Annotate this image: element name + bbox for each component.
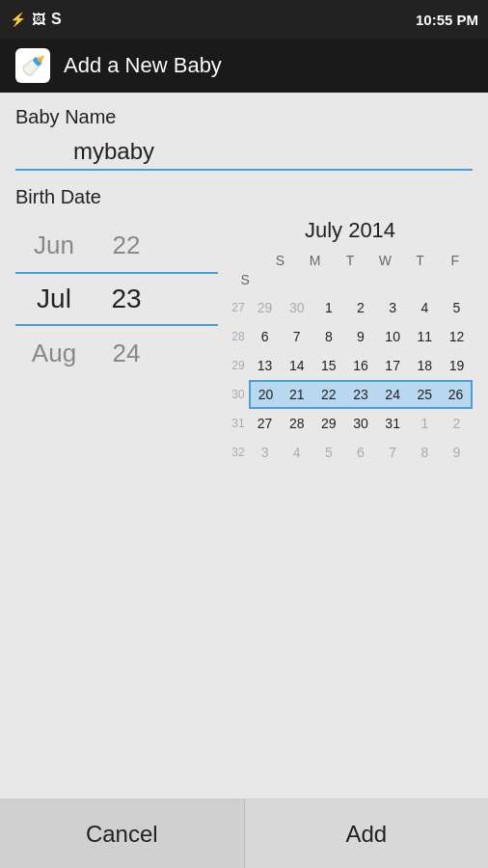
week-num-29: 29 xyxy=(228,351,249,380)
cal-cell-5-3[interactable]: 6 xyxy=(344,438,376,467)
bottle-icon: 🍼 xyxy=(21,54,45,77)
cal-cell-1-6[interactable]: 12 xyxy=(441,322,473,351)
drum-row-jun[interactable]: Jun 22 xyxy=(15,218,218,272)
cal-cell-1-1[interactable]: 7 xyxy=(281,322,312,351)
cal-cell-0-4[interactable]: 3 xyxy=(377,293,409,322)
name-input-wrapper xyxy=(15,134,473,171)
cal-cell-3-0[interactable]: 20 xyxy=(249,380,281,409)
cal-cell-4-6[interactable]: 2 xyxy=(441,409,473,438)
cal-cell-3-1[interactable]: 21 xyxy=(281,380,312,409)
drum-day-23[interactable]: 23 xyxy=(93,284,160,314)
cal-cell-3-2[interactable]: 22 xyxy=(312,380,344,409)
cal-cell-0-5[interactable]: 4 xyxy=(409,293,441,322)
drum-month-aug[interactable]: Aug xyxy=(15,339,93,368)
calendar-title: July 2014 xyxy=(228,218,473,243)
cal-cell-4-2[interactable]: 29 xyxy=(312,409,344,438)
calendar-day-headers: S M T W T F S xyxy=(228,251,473,289)
drum-day-22[interactable]: 22 xyxy=(93,231,160,260)
image-icon: 🖼 xyxy=(32,12,45,27)
drum-picker[interactable]: Jun 22 Jul 23 Aug 24 xyxy=(15,218,218,467)
cal-cell-0-2[interactable]: 1 xyxy=(312,293,344,322)
cal-cell-3-3[interactable]: 23 xyxy=(344,380,376,409)
cal-cell-5-5[interactable]: 8 xyxy=(409,438,441,467)
cal-cell-3-5[interactable]: 25 xyxy=(409,380,441,409)
cal-cell-2-1[interactable]: 14 xyxy=(281,351,312,380)
calendar: July 2014 S M T W T F S 2729301234528678… xyxy=(218,218,473,467)
cal-cell-5-6[interactable]: 9 xyxy=(441,438,473,467)
main-content: Baby Name Birth Date Jun 22 Jul 23 Aug 2… xyxy=(0,93,488,467)
week-num-27: 27 xyxy=(228,293,249,322)
cal-cell-1-3[interactable]: 9 xyxy=(344,322,376,351)
cal-cell-5-0[interactable]: 3 xyxy=(249,438,281,467)
cal-cell-2-2[interactable]: 15 xyxy=(312,351,344,380)
cal-cell-0-0[interactable]: 29 xyxy=(249,293,281,322)
baby-name-label: Baby Name xyxy=(15,106,473,128)
cal-cell-4-4[interactable]: 31 xyxy=(377,409,409,438)
week-num-header xyxy=(228,251,262,270)
drum-day-24[interactable]: 24 xyxy=(93,339,160,368)
header-tue: T xyxy=(333,251,367,270)
status-bar: ⚡ 🖼 S 10:55 PM xyxy=(0,0,488,39)
cal-cell-4-3[interactable]: 30 xyxy=(344,409,376,438)
week-num-31: 31 xyxy=(228,409,249,438)
header-thu: T xyxy=(402,251,437,270)
title-bar: 🍼 Add a New Baby xyxy=(0,39,488,93)
cal-cell-3-4[interactable]: 24 xyxy=(377,380,409,409)
header-wed: W xyxy=(367,251,402,270)
cal-cell-2-4[interactable]: 17 xyxy=(377,351,409,380)
drum-month-jun[interactable]: Jun xyxy=(15,231,93,260)
status-time: 10:55 PM xyxy=(416,12,478,28)
cal-cell-4-1[interactable]: 28 xyxy=(281,409,312,438)
cal-cell-2-5[interactable]: 18 xyxy=(409,351,441,380)
cal-cell-1-4[interactable]: 10 xyxy=(377,322,409,351)
cal-cell-3-6[interactable]: 26 xyxy=(441,380,473,409)
drum-row-jul[interactable]: Jul 23 xyxy=(15,272,218,326)
s-icon: S xyxy=(51,11,62,28)
cal-cell-0-1[interactable]: 30 xyxy=(281,293,312,322)
page-title: Add a New Baby xyxy=(64,53,222,78)
cal-cell-1-0[interactable]: 6 xyxy=(249,322,281,351)
picker-area: Jun 22 Jul 23 Aug 24 July 2014 S xyxy=(15,218,473,467)
week-num-32: 32 xyxy=(228,438,249,467)
cal-cell-2-3[interactable]: 16 xyxy=(344,351,376,380)
cal-cell-4-5[interactable]: 1 xyxy=(409,409,441,438)
week-num-30: 30 xyxy=(228,380,249,409)
header-sun: S xyxy=(262,251,297,270)
cal-cell-5-2[interactable]: 5 xyxy=(312,438,344,467)
drum-row-aug[interactable]: Aug 24 xyxy=(15,326,218,380)
header-sat: S xyxy=(228,270,262,289)
add-button[interactable]: Add xyxy=(245,800,489,868)
week-num-28: 28 xyxy=(228,322,249,351)
drum-divider-top xyxy=(15,272,218,274)
app-icon: 🍼 xyxy=(15,48,50,83)
buttons-area: Cancel Add xyxy=(0,799,488,868)
cal-cell-2-0[interactable]: 13 xyxy=(249,351,281,380)
cal-cell-5-1[interactable]: 4 xyxy=(281,438,312,467)
cancel-button[interactable]: Cancel xyxy=(0,800,245,868)
status-icons-left: ⚡ 🖼 S xyxy=(10,11,62,28)
header-fri: F xyxy=(438,251,473,270)
baby-name-input[interactable] xyxy=(15,134,473,171)
cal-cell-2-6[interactable]: 19 xyxy=(441,351,473,380)
calendar-grid: 2729301234528678910111229131415161718193… xyxy=(228,293,473,467)
usb-icon: ⚡ xyxy=(10,12,26,27)
birth-date-label: Birth Date xyxy=(15,186,473,208)
cal-cell-0-6[interactable]: 5 xyxy=(441,293,473,322)
cal-cell-1-5[interactable]: 11 xyxy=(409,322,441,351)
cal-cell-0-3[interactable]: 2 xyxy=(344,293,376,322)
cal-cell-1-2[interactable]: 8 xyxy=(312,322,344,351)
cal-cell-4-0[interactable]: 27 xyxy=(249,409,281,438)
cal-cell-5-4[interactable]: 7 xyxy=(377,438,409,467)
header-mon: M xyxy=(298,251,333,270)
drum-month-jul[interactable]: Jul xyxy=(15,284,93,314)
